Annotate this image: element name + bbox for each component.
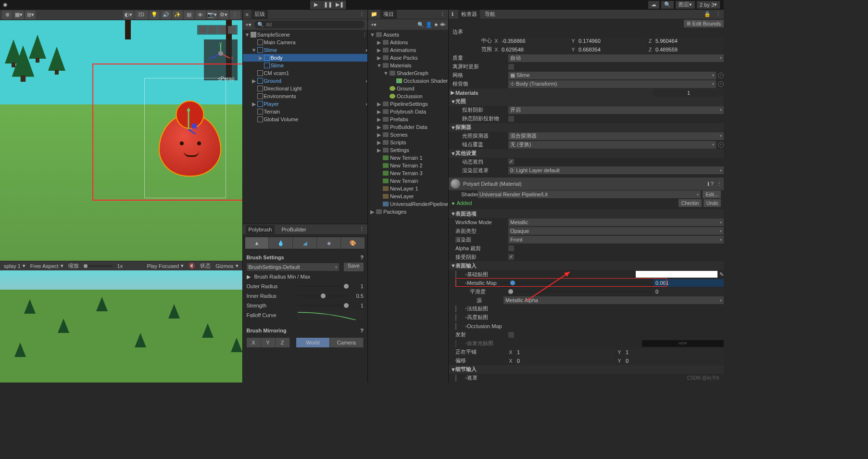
undo-button[interactable]: Undo [704, 199, 721, 207]
help-icon[interactable]: ℹ ? [707, 181, 714, 187]
hidden-icon[interactable]: 👁 [195, 11, 206, 19]
step-button[interactable]: ▶❚ [334, 0, 346, 9]
tiling-x-field[interactable] [515, 348, 615, 356]
eyedropper-icon[interactable]: ✎ [719, 271, 724, 278]
edit-shader-button[interactable]: Edit... [703, 191, 721, 198]
tab-navigation[interactable]: 导航 [485, 11, 495, 18]
project-item[interactable]: Occlussion [397, 93, 423, 99]
lock-icon[interactable]: 🔒 [704, 11, 711, 17]
checkin-button[interactable]: Checkin [679, 199, 702, 207]
2d-toggle[interactable]: 2D [135, 11, 148, 19]
other-header[interactable]: 其他设置 [455, 150, 477, 157]
basemap-color[interactable] [636, 271, 717, 278]
anchor-picker-icon[interactable] [718, 142, 724, 148]
hierarchy-item[interactable]: Slime [264, 47, 277, 53]
normalmap-texture[interactable] [455, 306, 456, 312]
project-folder[interactable]: Prefabs [390, 116, 408, 122]
project-folder[interactable]: Scripts [390, 140, 406, 145]
cube1-icon[interactable] [199, 26, 207, 34]
project-packages[interactable]: Packages [383, 209, 406, 215]
gizmos-dropdown[interactable]: Gizmos ▾ [215, 263, 238, 269]
brush-preset-dropdown[interactable]: BrushSettings-Default [247, 263, 339, 271]
castshadow-dropdown[interactable]: 开启 [508, 106, 724, 114]
project-item[interactable]: New Terrain 1 [390, 155, 423, 161]
help-icon[interactable]: ? [360, 328, 364, 333]
hierarchy-item[interactable]: Ground [264, 78, 282, 84]
materials-count[interactable] [654, 89, 724, 97]
mode-prefab-icon[interactable]: ◈ [317, 237, 341, 249]
panel-menu-icon[interactable]: ⋮ [716, 11, 721, 17]
extent-z-field[interactable] [654, 46, 724, 53]
materials-header[interactable]: Materials [455, 90, 478, 96]
renderlayer-dropdown[interactable]: 0: Light Layer default [508, 166, 724, 174]
metallic-texture[interactable] [455, 280, 456, 286]
tool-grid-icon[interactable]: ⊞▾ [25, 11, 36, 19]
hierarchy-item[interactable]: Slime [271, 63, 284, 68]
alphaclip-checkbox[interactable] [508, 245, 514, 251]
outer-radius-slider[interactable] [298, 286, 346, 287]
mirror-camera-button[interactable]: Camera [330, 338, 364, 347]
anchor-field[interactable]: 无 (变换) [508, 141, 716, 149]
mode-texture-icon[interactable]: 🎨 [341, 237, 365, 249]
project-folder[interactable]: ShaderGraph [397, 70, 428, 76]
center-y-field[interactable] [577, 37, 647, 45]
rootbone-picker-icon[interactable] [718, 81, 724, 87]
save-button[interactable]: Save [344, 263, 364, 271]
occmap-texture[interactable] [455, 323, 456, 330]
cube4-icon[interactable] [228, 26, 236, 34]
detail-inputs-header[interactable]: 细节输入 [455, 366, 477, 373]
project-folder[interactable]: PipelineSettings [390, 101, 428, 107]
lightprobe-dropdown[interactable]: 混合探测器 [508, 132, 724, 140]
project-folder[interactable]: Animations [390, 47, 416, 53]
surface-options-header[interactable]: 表面选项 [455, 210, 477, 217]
project-item[interactable]: Occlussion Shader [403, 78, 448, 84]
slime-object[interactable] [159, 114, 221, 177]
offset-x-field[interactable] [515, 357, 615, 365]
radius-header[interactable]: Brush Radius Min / Max [254, 274, 311, 280]
extent-x-field[interactable] [500, 46, 570, 53]
material-menu-icon[interactable]: ⋮ [717, 181, 722, 187]
mirror-x-button[interactable]: X [247, 338, 261, 347]
hierarchy-tree[interactable]: ▼SampleScene⋮ Main Camera ▼Slime› ▶Body … [243, 30, 367, 224]
tab-polybrush[interactable]: Polybrush [246, 225, 275, 234]
favorite-icon[interactable]: ★ [434, 22, 439, 28]
project-item[interactable]: UniversalRenderPipeline [390, 201, 448, 207]
offset-y-field[interactable] [624, 357, 724, 365]
more-icon[interactable]: ⋮ [230, 11, 240, 19]
mode-paint-icon[interactable]: ◢ [293, 237, 317, 249]
metallic-value-field[interactable] [654, 279, 724, 287]
playmode-dropdown[interactable]: Play Focused ▾ [147, 263, 184, 269]
camera-icon[interactable]: 📷▾ [207, 11, 217, 19]
gizmos-icon[interactable]: ⚙▾ [218, 11, 229, 19]
add-button[interactable]: +▾ [246, 22, 252, 28]
project-item[interactable]: NewLayer [390, 193, 414, 199]
material-header[interactable]: Polyart Default (Material) ℹ ?⋮ [449, 178, 724, 190]
renderface-dropdown[interactable]: Front [508, 236, 724, 243]
shader-dropdown[interactable]: Universal Render Pipeline/Lit [478, 191, 701, 198]
tool-handle-icon[interactable]: ▦▾ [13, 11, 24, 19]
panel-menu-icon[interactable]: ⋮ [359, 226, 365, 232]
project-item[interactable]: New Terrain [390, 178, 418, 184]
hierarchy-search[interactable]: 🔍 [254, 21, 365, 28]
hierarchy-item[interactable]: Global Volume [264, 116, 299, 122]
audio-icon[interactable]: 🔊 [161, 11, 171, 19]
source-dropdown[interactable]: Metallic Alpha [503, 296, 724, 304]
smoothness-value[interactable] [654, 288, 724, 295]
center-x-field[interactable] [500, 37, 570, 45]
hierarchy-item[interactable]: Main Camera [264, 39, 296, 45]
basemap-texture[interactable] [455, 271, 456, 278]
tab-inspector[interactable]: 检查器 [458, 10, 480, 19]
hierarchy-item[interactable]: CM vcam1 [264, 70, 289, 76]
shading-mode-icon[interactable]: ◐▾ [123, 11, 134, 19]
project-tree[interactable]: ▼Assets ▶Addons ▶Animations ▶Asse Packs … [368, 30, 448, 382]
dynocc-checkbox[interactable] [508, 159, 514, 165]
project-item[interactable]: New Terrain 3 [390, 170, 423, 176]
hierarchy-item[interactable]: Terrain [264, 109, 280, 115]
extent-y-field[interactable] [577, 46, 647, 53]
mesh-field[interactable]: ▦ Slime [508, 72, 716, 79]
edit-bounds-button[interactable]: ⊞ Edit Bounds [684, 20, 724, 27]
cube3-icon[interactable] [218, 26, 226, 34]
fx-icon[interactable]: ✨ [172, 11, 183, 19]
scene-view-tools[interactable] [197, 25, 238, 35]
add-button[interactable]: +▾ [371, 22, 377, 28]
